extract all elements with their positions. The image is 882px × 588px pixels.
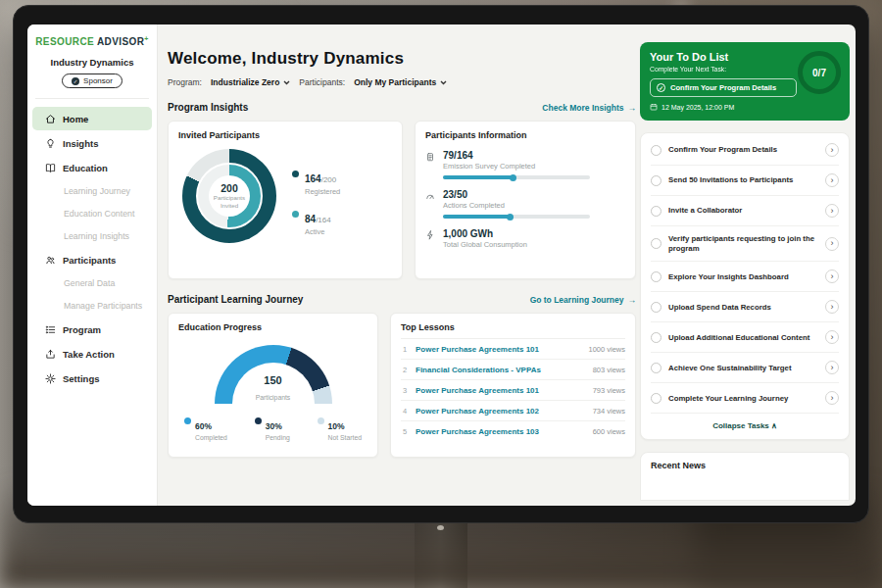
task-row[interactable]: Verify participants requesting to join t… xyxy=(651,226,839,262)
energy-bolt-icon xyxy=(425,230,435,249)
sidebar-item-education[interactable]: Education xyxy=(32,156,152,179)
sidebar-item-label: Settings xyxy=(63,373,99,384)
task-label: Confirm Your Program Details xyxy=(668,145,818,155)
chevron-right-icon[interactable]: › xyxy=(825,270,839,283)
task-checkbox[interactable] xyxy=(651,271,662,282)
lesson-link[interactable]: Financial Considerations - VPPAs xyxy=(416,366,586,374)
sidebar-item-home[interactable]: Home xyxy=(32,107,152,130)
sidebar-item-insights[interactable]: Insights xyxy=(32,131,152,155)
progress-bar xyxy=(443,175,590,179)
task-checkbox[interactable] xyxy=(651,393,662,404)
task-row[interactable]: Upload Spend Data Records › xyxy=(651,292,839,322)
lesson-link[interactable]: Power Purchase Agreements 102 xyxy=(416,407,586,416)
task-row[interactable]: Explore Your Insights Dashboard › xyxy=(651,262,839,292)
task-checkbox[interactable] xyxy=(651,332,662,343)
legend-pct: 30% xyxy=(266,421,282,431)
monitor-logo xyxy=(437,525,444,530)
chevron-right-icon[interactable]: › xyxy=(825,391,839,405)
logo-secondary: ADVISOR xyxy=(97,36,144,47)
task-checkbox[interactable] xyxy=(651,238,662,249)
learning-cards-row: Education Progress 150 Participants 60% xyxy=(168,313,636,458)
sidebar: RESOURCE ADVISOR+ Industry Dynamics ✓ Sp… xyxy=(27,24,158,506)
sidebar-item-learning-insights[interactable]: Learning Insights xyxy=(32,225,152,247)
task-label: Invite a Collaborator xyxy=(668,206,818,216)
people-icon xyxy=(45,255,56,266)
insights-cards-row: Invited Participants 200 Participants In… xyxy=(168,121,636,279)
gauge-legend: 60% Completed 30% Pending 10% Not Starte… xyxy=(178,416,368,441)
lesson-link[interactable]: Power Purchase Agreements 103 xyxy=(416,427,586,436)
next-task-pill[interactable]: ✓ Confirm Your Program Details xyxy=(650,78,797,97)
card-title: Participants Information xyxy=(425,130,625,140)
legend-value: 84 xyxy=(305,214,316,224)
task-row[interactable]: Achieve One Sustainability Target › xyxy=(651,353,839,383)
task-checkbox[interactable] xyxy=(651,206,662,217)
task-checkbox[interactable] xyxy=(651,145,662,156)
legend-label: Pending xyxy=(266,434,290,441)
lightbulb-icon xyxy=(45,138,56,149)
arrow-right-icon: → xyxy=(628,295,637,305)
sidebar-divider xyxy=(35,98,149,99)
home-icon xyxy=(45,114,56,124)
sidebar-item-take-action[interactable]: Take Action xyxy=(32,342,152,366)
task-row[interactable]: Confirm Your Program Details › xyxy=(651,135,839,166)
sidebar-item-label: Program xyxy=(63,324,101,335)
chevron-right-icon[interactable]: › xyxy=(825,330,839,344)
chevron-up-icon: ∧ xyxy=(771,421,777,430)
legend-total: /200 xyxy=(321,175,337,184)
list-icon xyxy=(45,324,56,335)
sidebar-item-label: Education xyxy=(63,163,108,173)
task-row[interactable]: Invite a Collaborator › xyxy=(651,196,839,226)
info-value: 23/50 xyxy=(443,189,590,200)
gear-icon xyxy=(45,373,56,384)
legend-pct: 60% xyxy=(195,421,212,431)
participants-select[interactable]: Only My Participants xyxy=(354,77,447,87)
sponsor-badge: ✓ Sponsor xyxy=(62,74,122,88)
logo-plus: + xyxy=(144,35,149,42)
app-logo: RESOURCE ADVISOR+ xyxy=(27,35,157,47)
lesson-link[interactable]: Power Purchase Agreements 101 xyxy=(416,386,586,395)
chevron-right-icon[interactable]: › xyxy=(825,237,839,251)
program-insights-header: Program Insights Check More Insights → xyxy=(168,102,636,113)
legend-item-active: 84/164 Active xyxy=(292,209,340,236)
gauge-center: 150 Participants xyxy=(215,374,332,404)
task-checkbox[interactable] xyxy=(651,175,662,186)
sidebar-item-manage-participants[interactable]: Manage Participants xyxy=(32,295,152,317)
go-to-learning-journey-link[interactable]: Go to Learning Journey → xyxy=(530,295,636,305)
task-row[interactable]: Upload Additional Educational Content › xyxy=(651,322,839,353)
info-value: 1,000 GWh xyxy=(443,228,527,239)
sidebar-item-general-data[interactable]: General Data xyxy=(32,272,152,294)
sidebar-item-label: Participants xyxy=(63,255,116,266)
link-label: Check More Insights xyxy=(542,103,623,113)
info-label: Actions Completed xyxy=(443,201,590,210)
education-gauge-chart: 150 Participants xyxy=(215,345,332,404)
sidebar-item-education-content[interactable]: Education Content xyxy=(32,203,152,224)
program-select-value: Industrialize Zero xyxy=(211,77,279,87)
chevron-right-icon[interactable]: › xyxy=(825,204,839,218)
lesson-link[interactable]: Power Purchase Agreements 101 xyxy=(416,345,581,354)
chevron-right-icon[interactable]: › xyxy=(825,173,839,187)
lesson-views: 1000 views xyxy=(588,345,625,354)
sidebar-item-learning-journey[interactable]: Learning Journey xyxy=(32,180,152,202)
calendar-icon xyxy=(650,103,658,111)
legend-total: /164 xyxy=(316,216,331,224)
gauge-label: Participants xyxy=(256,394,291,401)
task-row[interactable]: Complete Your Learning Journey › xyxy=(651,383,839,414)
check-circle-icon: ✓ xyxy=(657,83,665,92)
check-more-insights-link[interactable]: Check More Insights → xyxy=(542,103,636,113)
program-select[interactable]: Industrialize Zero xyxy=(211,77,290,87)
task-checkbox[interactable] xyxy=(651,363,662,373)
chevron-right-icon[interactable]: › xyxy=(825,300,839,314)
info-row-emission-survey: 79/164 Emission Survey Completed xyxy=(425,150,625,179)
sidebar-item-settings[interactable]: Settings xyxy=(32,367,152,390)
chevron-right-icon[interactable]: › xyxy=(825,143,839,157)
task-checkbox[interactable] xyxy=(651,302,662,313)
lesson-rank: 1 xyxy=(401,345,409,354)
chevron-right-icon[interactable]: › xyxy=(825,361,839,374)
sidebar-item-participants[interactable]: Participants xyxy=(32,248,152,271)
legend-item-pending: 30% Pending xyxy=(255,416,290,441)
invited-donut-chart: 200 Participants Invited xyxy=(182,149,276,243)
sidebar-item-program[interactable]: Program xyxy=(32,318,152,341)
collapse-tasks-link[interactable]: Collapse Tasks ∧ xyxy=(651,414,839,437)
main-content: Welcome, Industry Dynamics Program: Indu… xyxy=(168,24,636,458)
task-row[interactable]: Send 50 Invitations to Participants › xyxy=(651,166,839,196)
